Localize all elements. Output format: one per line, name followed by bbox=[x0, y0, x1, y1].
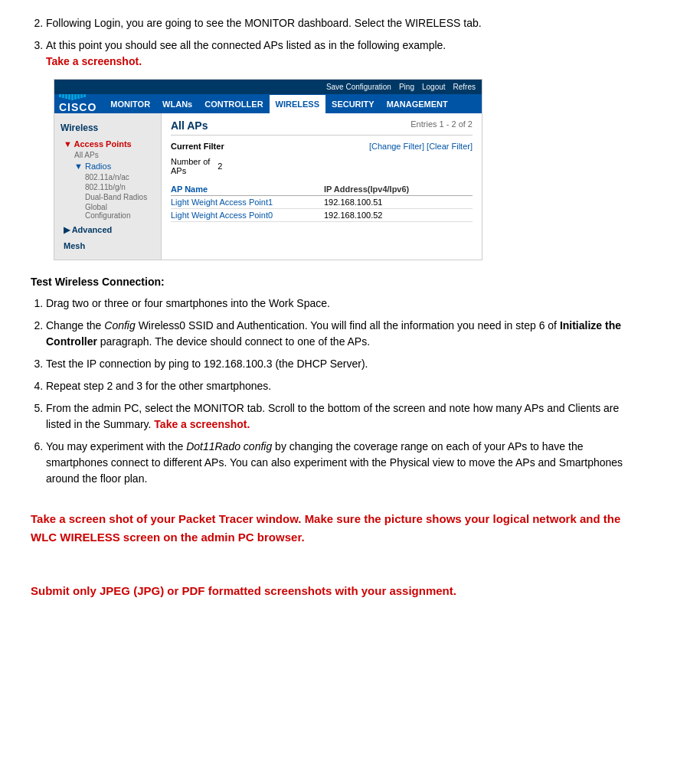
nav-monitor[interactable]: MONITOR bbox=[104, 95, 156, 113]
cisco-topbar: Save Configuration Ping Logout Refres bbox=[54, 80, 482, 94]
panel-entries: Entries 1 - 2 of 2 bbox=[410, 119, 473, 129]
topbar-ping[interactable]: Ping bbox=[399, 83, 414, 91]
step-2-text: Following Login, you are going to see th… bbox=[46, 15, 646, 31]
ap0-ip: 192.168.100.52 bbox=[324, 211, 473, 220]
nav-wireless[interactable]: WIRELESS bbox=[270, 95, 325, 113]
step-3-text: At this point you should see all the con… bbox=[46, 38, 646, 70]
col-header-ap-name: AP Name bbox=[171, 185, 324, 194]
screenshot-prompt-2: Take a screenshot. bbox=[154, 418, 250, 430]
sidebar-title: Wireless bbox=[54, 119, 161, 136]
topbar-refresh[interactable]: Refres bbox=[453, 83, 476, 91]
table-row-ap1: Light Weight Access Point1 192.168.100.5… bbox=[171, 196, 473, 209]
cisco-brand-text: CISCO bbox=[59, 101, 96, 113]
screenshot-prompt-1: Take a screenshot. bbox=[46, 55, 142, 67]
tw-step-6: You may experiment with the Dot11Rado co… bbox=[46, 439, 646, 487]
tw-step-1: Drag two or three or four smartphones in… bbox=[46, 296, 646, 312]
filter-links[interactable]: [Change Filter] [Clear Filter] bbox=[369, 142, 473, 151]
table-row-ap0: Light Weight Access Point0 192.168.100.5… bbox=[171, 209, 473, 222]
ap1-ip: 192.168.100.51 bbox=[324, 198, 473, 207]
tw-step-2: Change the Config Wireless0 SSID and Aut… bbox=[46, 318, 646, 350]
cisco-content: Wireless ▼ Access Points All APs ▼ Radio… bbox=[54, 113, 482, 260]
cisco-wlc-screenshot: Save Configuration Ping Logout Refres CI… bbox=[54, 79, 482, 260]
number-of-aps-value: 2 bbox=[217, 162, 222, 171]
filter-label: Current Filter bbox=[171, 142, 224, 151]
sidebar-mesh[interactable]: Mesh bbox=[61, 240, 155, 252]
sidebar-radios[interactable]: ▼ Radios bbox=[71, 160, 155, 172]
sidebar-advanced[interactable]: ▶ Advanced bbox=[61, 224, 155, 237]
step-3-body: At this point you should see all the con… bbox=[46, 39, 446, 51]
nav-controller[interactable]: CONTROLLER bbox=[198, 95, 269, 113]
sidebar-80211bg[interactable]: 802.11b/g/n bbox=[82, 182, 155, 192]
footer-para2: Submit only JPEG (JPG) or PDF formatted … bbox=[31, 582, 646, 600]
tw-step-4: Repeat step 2 and 3 for the other smartp… bbox=[46, 378, 646, 394]
col-header-ip: IP Address(Ipv4/Ipv6) bbox=[324, 185, 473, 194]
number-of-aps-label: Number ofAPs bbox=[171, 157, 210, 175]
ap0-name[interactable]: Light Weight Access Point0 bbox=[171, 211, 324, 220]
nav-wlans[interactable]: WLANs bbox=[156, 95, 198, 113]
main-panel: All APs Entries 1 - 2 of 2 Current Filte… bbox=[162, 113, 482, 260]
topbar-logout[interactable]: Logout bbox=[422, 83, 446, 91]
panel-title: All APs bbox=[171, 119, 208, 132]
cisco-logo: CISCO bbox=[59, 94, 96, 113]
test-wireless-heading: Test Wireless Connection: bbox=[31, 276, 646, 288]
topbar-save[interactable]: Save Configuration bbox=[326, 83, 391, 91]
footer-para1: Take a screen shot of your Packet Tracer… bbox=[31, 510, 646, 547]
ap1-name[interactable]: Light Weight Access Point1 bbox=[171, 198, 324, 207]
cisco-sidebar: Wireless ▼ Access Points All APs ▼ Radio… bbox=[54, 113, 162, 260]
sidebar-access-points[interactable]: ▼ Access Points bbox=[61, 138, 155, 150]
tw-step-3: Test the IP connection by ping to 192.16… bbox=[46, 356, 646, 372]
test-wireless-list: Drag two or three or four smartphones in… bbox=[46, 296, 646, 487]
sidebar-80211an[interactable]: 802.11a/n/ac bbox=[82, 172, 155, 182]
sidebar-dualband[interactable]: Dual-Band Radios bbox=[82, 192, 155, 202]
tw-step-5: From the admin PC, select the MONITOR ta… bbox=[46, 400, 646, 433]
sidebar-globalconfig[interactable]: Global Configuration bbox=[82, 202, 155, 220]
sidebar-all-aps[interactable]: All APs bbox=[71, 150, 155, 160]
sidebar-section-ap: ▼ Access Points All APs ▼ Radios 802.11a… bbox=[54, 136, 161, 222]
nav-security[interactable]: SECURITY bbox=[325, 95, 381, 113]
nav-management[interactable]: MANAGEMENT bbox=[381, 95, 454, 113]
cisco-navbar: CISCO MONITOR WLANs CONTROLLER WIRELESS … bbox=[54, 94, 482, 113]
